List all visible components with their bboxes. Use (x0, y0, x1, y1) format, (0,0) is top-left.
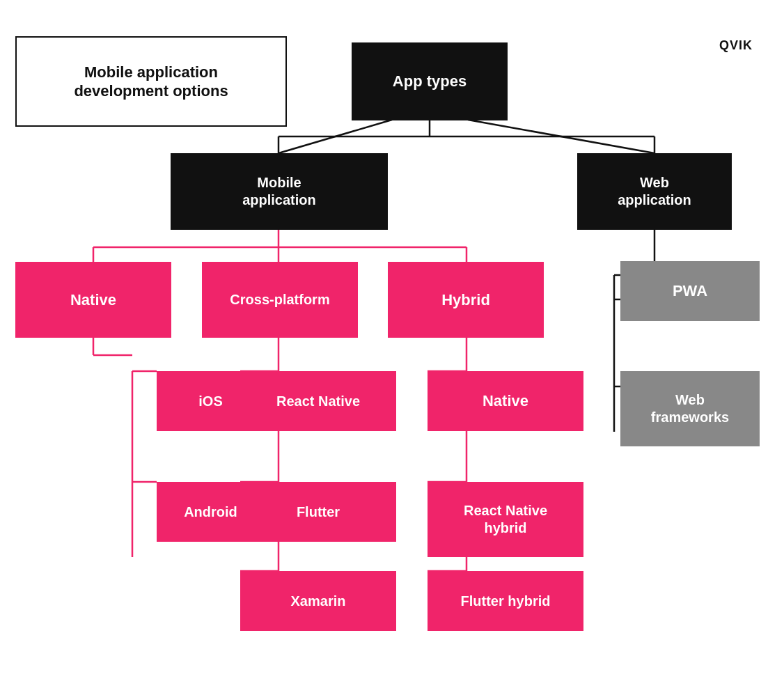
flutter-box: Flutter (240, 482, 396, 542)
react-native-hybrid-box: React Native hybrid (428, 482, 583, 557)
xamarin-box: Xamarin (240, 571, 396, 631)
title-box: Mobile application development options (15, 36, 287, 127)
web-frameworks-box: Web frameworks (620, 371, 760, 446)
flutter-hybrid-box: Flutter hybrid (428, 571, 583, 631)
native-box: Native (15, 262, 171, 338)
hybrid-box: Hybrid (388, 262, 544, 338)
svg-line-0 (279, 120, 392, 153)
react-native-box: React Native (240, 371, 396, 431)
hybrid-native-box: Native (428, 371, 583, 431)
diagram-container: Mobile application development options Q… (0, 0, 784, 688)
cross-platform-box: Cross-platform (202, 262, 358, 338)
app-types-box: App types (352, 42, 508, 120)
logo: QVIK (719, 38, 753, 53)
pwa-box: PWA (620, 261, 760, 321)
svg-line-1 (468, 120, 654, 153)
mobile-application-box: Mobile application (171, 153, 388, 230)
web-application-box: Web application (577, 153, 732, 230)
